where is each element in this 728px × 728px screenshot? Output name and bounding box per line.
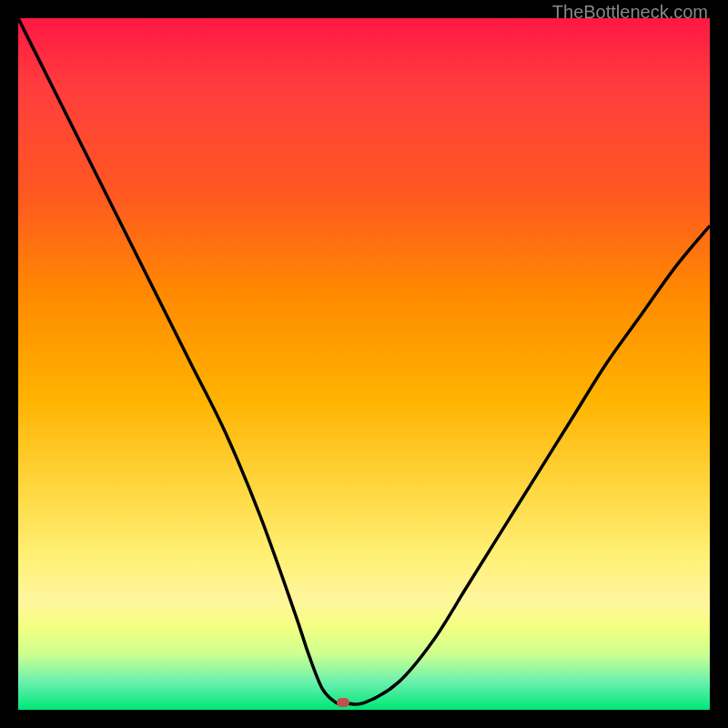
plot-area <box>18 18 710 710</box>
watermark-text: TheBottleneck.com <box>552 2 708 23</box>
optimal-point-marker <box>337 698 349 707</box>
curve-svg <box>18 18 710 710</box>
chart-container: TheBottleneck.com <box>0 0 728 728</box>
bottleneck-curve <box>18 18 710 704</box>
